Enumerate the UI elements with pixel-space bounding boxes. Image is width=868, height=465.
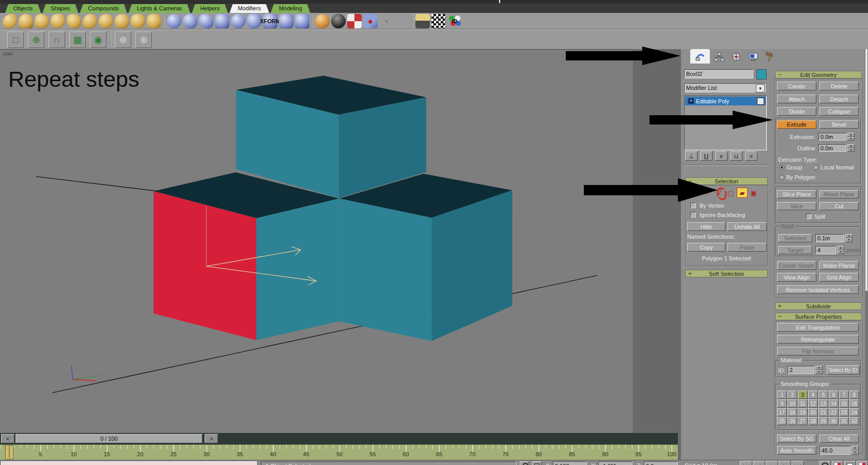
collapse-button[interactable]: Collapse [819, 107, 859, 116]
tab-objects[interactable]: Objects [5, 4, 41, 13]
material-id-spinner[interactable]: ▴▾ [815, 366, 823, 374]
expand-plus-icon[interactable]: + [688, 98, 694, 104]
meshsmooth-icon[interactable] [315, 14, 330, 28]
outline-field[interactable]: 0.0m [818, 144, 846, 152]
squeeze-modifier-icon[interactable] [83, 14, 97, 28]
modifier-list-dropdown[interactable]: Modifier List ▼ [684, 83, 766, 92]
display-tab[interactable] [746, 51, 761, 63]
object-color-swatch[interactable] [756, 69, 767, 80]
smoothing-group-button[interactable]: 26 [787, 417, 797, 425]
zoom-all-icon[interactable] [832, 461, 843, 465]
tab-helpers[interactable]: Helpers [192, 4, 228, 13]
retriangulate-button[interactable]: Retriangulate [777, 335, 859, 344]
taper-modifier-icon[interactable] [19, 14, 33, 28]
motion-tab[interactable] [729, 51, 743, 63]
ignore-backfacing-checkbox[interactable] [690, 212, 696, 218]
spline-select-icon[interactable]: ≈ [395, 14, 410, 28]
twist-modifier-icon[interactable] [35, 14, 49, 28]
clear-all-button[interactable]: Clear All [819, 435, 859, 443]
by-vertex-checkbox[interactable] [690, 203, 696, 208]
local-normal-radio[interactable] [813, 165, 818, 170]
zoom-extents-icon[interactable] [844, 461, 856, 465]
maxscript-mini-listener[interactable] [1, 461, 257, 465]
remove-isolated-vertices-button[interactable]: Remove Isolated Vertices [777, 285, 859, 294]
show-end-result-icon[interactable]: ∐ [700, 151, 712, 161]
relax-modifier-icon[interactable] [115, 14, 129, 28]
smoothing-group-button[interactable]: 31 [839, 417, 849, 425]
smoothing-group-button[interactable]: 4 [808, 391, 818, 399]
surface-deform-icon[interactable] [415, 14, 430, 28]
selection-lock-button[interactable] [520, 461, 529, 465]
tab-compounds[interactable]: Compounds [80, 4, 127, 13]
weld-target-spinner[interactable]: ▴▾ [837, 246, 844, 254]
time-slider[interactable]: 0 / 100 [16, 434, 203, 443]
tab-modeling[interactable]: Modeling [271, 4, 311, 13]
smoothing-group-button[interactable]: 2 [787, 391, 797, 399]
smoothing-group-button[interactable]: 9 [777, 399, 787, 408]
modify-tab[interactable] [693, 51, 707, 63]
grid-align-button[interactable]: Grid Align [819, 273, 859, 282]
extrusion-spinner[interactable]: ▴▾ [847, 133, 855, 141]
xform-modifier-icon[interactable]: XFORM [263, 14, 277, 28]
smoothing-group-button[interactable]: 15 [839, 399, 849, 408]
outline-spinner[interactable]: ▴▾ [847, 144, 855, 152]
select-by-sg-button[interactable]: Select By SG [777, 435, 816, 443]
play-button[interactable]: ▶ [766, 461, 778, 465]
smoothing-group-button[interactable]: 24 [849, 408, 859, 416]
smoothing-group-button[interactable]: 16 [849, 399, 859, 408]
viewport-name-label[interactable]: User [3, 51, 13, 56]
delete-button[interactable]: Delete [819, 82, 859, 90]
tab-shapes[interactable]: Shapes [42, 4, 78, 13]
smoothing-group-button[interactable]: 12 [808, 399, 818, 408]
object-name-field[interactable]: Box02 [684, 69, 753, 79]
unhide-all-button[interactable]: Unhide All [727, 222, 767, 231]
weld-selected-spinner[interactable]: ▴▾ [845, 234, 853, 242]
material-id-icon[interactable]: ID [447, 14, 462, 28]
smoothing-group-button[interactable]: 19 [798, 408, 808, 416]
attach-button[interactable]: Attach [777, 95, 816, 103]
hierarchy-tab[interactable] [712, 51, 726, 63]
split-checkbox[interactable] [806, 213, 812, 219]
cylinder-modifier-icon[interactable] [247, 14, 261, 28]
bend-modifier-icon[interactable] [3, 14, 17, 28]
spherify-modifier-icon[interactable] [167, 14, 181, 28]
paste-button[interactable]: Paste [727, 243, 767, 252]
angle-snap-icon[interactable]: ∩ [49, 32, 65, 48]
prev-frame-button[interactable]: ◀| [753, 461, 765, 465]
smoothing-group-button[interactable]: 32 [849, 417, 859, 425]
sphere-modifier-icon[interactable] [231, 14, 245, 28]
smoothing-group-button[interactable]: 18 [787, 408, 797, 416]
next-frame-button[interactable]: |▶ [779, 461, 791, 465]
slice-plane-button[interactable]: Slice Plane [777, 190, 816, 198]
smoothing-group-button[interactable]: 14 [829, 399, 839, 408]
viewport[interactable]: User Repeat steps [0, 49, 633, 433]
smoothing-group-button[interactable]: 29 [818, 417, 828, 425]
subdivide-rollout-header[interactable]: +Subdivide [775, 302, 862, 310]
remove-modifier-icon[interactable]: ⊔ [730, 151, 742, 161]
smoothing-group-button[interactable]: 13 [818, 399, 828, 408]
make-planar-button[interactable]: Make Planar [819, 261, 859, 270]
slice-button[interactable]: Slice [777, 202, 816, 210]
panel-scrollbar-thumb[interactable] [865, 49, 867, 291]
selection-rollout-header[interactable]: −Selection [685, 177, 768, 185]
time-next-button[interactable]: > [205, 434, 218, 443]
modifier-onoff-icon[interactable] [757, 98, 764, 105]
transform-typein-button[interactable] [532, 461, 541, 465]
vertex-paint-icon[interactable] [347, 14, 362, 28]
make-unique-icon[interactable]: ∨ [715, 151, 727, 161]
surface-properties-rollout-header[interactable]: −Surface Properties [775, 313, 862, 320]
auto-smooth-field[interactable]: 45.0 [819, 446, 850, 455]
flip-normals-button[interactable]: Flip Normals [777, 347, 859, 355]
slice-modifier-icon[interactable] [215, 14, 229, 28]
ripple-modifier-icon[interactable] [131, 14, 145, 28]
stretch-modifier-icon[interactable] [67, 14, 81, 28]
pivot-snap-icon[interactable]: ⊕ [28, 32, 44, 48]
smoothing-group-button[interactable]: 23 [839, 408, 849, 416]
configure-modifier-sets-icon[interactable]: ≡ [745, 151, 757, 161]
spline-edit-icon[interactable]: ≈ [379, 14, 394, 28]
smoothing-group-button[interactable]: 30 [829, 417, 839, 425]
auto-smooth-spinner[interactable]: ▴▾ [851, 446, 859, 455]
smoothing-group-button[interactable]: 22 [829, 408, 839, 416]
vertex-icon[interactable]: ∴ [703, 188, 714, 198]
create-shape-button[interactable]: Create Shape [777, 261, 816, 270]
